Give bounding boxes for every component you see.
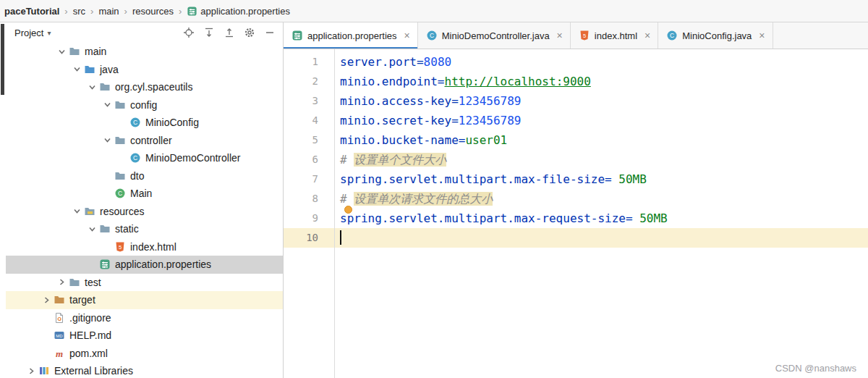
breadcrumb-label: resources xyxy=(132,6,174,17)
svg-text:C: C xyxy=(118,190,122,197)
tree-item-label: test xyxy=(85,277,101,288)
line-number[interactable]: 10 xyxy=(284,228,318,248)
close-icon[interactable]: × xyxy=(644,30,651,41)
tab-index-html[interactable]: 5index.html× xyxy=(571,22,658,49)
class-icon: C xyxy=(426,30,438,41)
tree-item-main[interactable]: main xyxy=(6,43,283,61)
editor-body[interactable]: CSDN @nanshaws 1server.port=80802minio.e… xyxy=(284,49,868,378)
hide-icon[interactable] xyxy=(264,27,276,38)
line-number[interactable]: 6 xyxy=(284,150,318,169)
line-number[interactable]: 4 xyxy=(284,111,318,130)
tree-item-dto[interactable]: dto xyxy=(6,167,283,185)
bookmark-dot-icon[interactable] xyxy=(344,206,352,214)
locate-icon[interactable] xyxy=(183,27,195,38)
folder-icon xyxy=(68,46,81,57)
breadcrumb-separator: › xyxy=(124,6,127,17)
project-panel-title[interactable]: Project xyxy=(14,28,43,38)
tree-item-label: pom.xml xyxy=(69,348,108,359)
class-icon: C xyxy=(666,30,678,41)
line-number[interactable]: 3 xyxy=(284,91,318,111)
expand-all-icon[interactable] xyxy=(203,27,215,38)
chevron-down-icon[interactable] xyxy=(86,83,98,92)
breadcrumb-item-src[interactable]: src xyxy=(72,4,87,18)
token-comment-hl: 设置单次请求文件的总大小 xyxy=(354,192,493,206)
chevron-down-icon[interactable] xyxy=(56,47,68,56)
token-eq: = xyxy=(417,55,424,69)
editor-tab-bar: application.properties×CMinioDemoControl… xyxy=(284,22,868,49)
folder-icon xyxy=(98,223,111,235)
tree-item-minioconfig[interactable]: CMinioConfig xyxy=(6,114,283,132)
token-url: http://localhost:9000 xyxy=(445,75,591,88)
chevron-right-icon[interactable] xyxy=(41,295,53,305)
breadcrumb-label: application.properties xyxy=(200,6,290,17)
tree-item-label: index.html xyxy=(130,241,176,253)
chevron-down-icon[interactable] xyxy=(101,100,114,109)
code-line-10[interactable]: 10 xyxy=(284,228,868,248)
tool-stripe-marker[interactable] xyxy=(1,24,4,95)
tree-item-label: target xyxy=(69,294,95,306)
code-line-6[interactable]: 6# 设置单个文件大小 xyxy=(284,150,868,169)
line-code: minio.bucket-name=user01 xyxy=(340,130,507,150)
code-line-4[interactable]: 4minio.secret-key=123456789 xyxy=(284,111,868,130)
code-line-7[interactable]: 7spring.servlet.multipart.max-file-size=… xyxy=(284,169,868,189)
line-number[interactable]: 2 xyxy=(284,72,318,91)
tree-item-target[interactable]: target xyxy=(6,291,283,309)
tree-item-label: Main xyxy=(130,188,152,199)
line-number[interactable]: 7 xyxy=(284,169,318,189)
code-line-5[interactable]: 5minio.bucket-name=user01 xyxy=(284,130,868,150)
code-line-8[interactable]: 8# 设置单次请求文件的总大小 xyxy=(284,189,868,209)
tree-item-config[interactable]: config xyxy=(6,96,283,114)
close-icon[interactable]: × xyxy=(556,30,563,41)
code-line-1[interactable]: 1server.port=8080 xyxy=(284,52,868,72)
tree-item-org-cyl-spaceutils[interactable]: org.cyl.spaceutils xyxy=(6,78,283,96)
chevron-down-icon[interactable] xyxy=(101,135,114,145)
tree-item-gitignore[interactable]: .gitignore xyxy=(6,309,283,327)
token-key: minio.secret-key xyxy=(340,114,451,127)
tree-item-external-libraries[interactable]: External Libraries xyxy=(6,362,283,378)
token-key: server.port xyxy=(340,55,417,69)
tab-minioconfig-java[interactable]: CMinioConfig.java× xyxy=(658,22,773,49)
chevron-down-icon[interactable] xyxy=(71,64,83,74)
code-line-2[interactable]: 2minio.endpoint=http://localhost:9000 xyxy=(284,72,868,91)
line-number[interactable]: 1 xyxy=(284,52,318,72)
token-eq: = xyxy=(459,133,466,147)
tab-label: MinioConfig.java xyxy=(682,30,752,41)
tree-item-pom-xml[interactable]: mpom.xml xyxy=(6,345,283,363)
tab-miniodemocontroller-java[interactable]: CMinioDemoController.java× xyxy=(418,22,571,49)
tree-item-application-properties[interactable]: application.properties xyxy=(6,256,283,274)
close-icon[interactable]: × xyxy=(404,30,411,41)
collapse-all-icon[interactable] xyxy=(224,27,235,38)
line-number[interactable]: 8 xyxy=(284,189,318,209)
chevron-down-icon[interactable] xyxy=(71,206,83,216)
code-line-3[interactable]: 3minio.access-key=123456789 xyxy=(284,91,868,111)
tree-item-miniodemocontroller[interactable]: CMinioDemoController xyxy=(6,149,283,167)
settings-icon[interactable] xyxy=(244,27,255,38)
chevron-right-icon[interactable] xyxy=(56,277,68,287)
chevron-down-icon[interactable] xyxy=(86,224,98,234)
folder-icon xyxy=(114,170,127,182)
tree-item-java[interactable]: java xyxy=(6,61,283,79)
tree-item-label: MinioConfig xyxy=(145,117,199,128)
line-number[interactable]: 5 xyxy=(284,130,318,150)
tab-application-properties[interactable]: application.properties× xyxy=(284,22,418,49)
tree-item-index-html[interactable]: 5index.html xyxy=(6,238,283,256)
token-comment: # xyxy=(340,153,354,167)
breadcrumb-item-main[interactable]: main xyxy=(97,4,120,18)
tree-item-test[interactable]: test xyxy=(6,274,283,292)
tree-item-static[interactable]: static xyxy=(6,220,283,238)
breadcrumb-item-resources[interactable]: resources xyxy=(131,4,175,18)
close-icon[interactable]: × xyxy=(758,30,765,41)
code-line-9[interactable]: 9spring.servlet.multipart.max-request-si… xyxy=(284,209,868,228)
breadcrumb-item-application-properties[interactable]: application.properties xyxy=(185,4,292,18)
chevron-down-icon[interactable]: ▾ xyxy=(47,29,51,37)
tree-item-resources[interactable]: resources xyxy=(6,203,283,221)
project-panel: Project ▾ mainjavaorg.cyl.spaceutilsconf… xyxy=(6,22,284,378)
tree-item-help-md[interactable]: MDHELP.md xyxy=(6,327,283,345)
tree-item-main[interactable]: CMain xyxy=(6,185,283,203)
tree-item-controller[interactable]: controller xyxy=(6,132,283,150)
breadcrumb-item-pacetutorial[interactable]: paceTutorial xyxy=(3,4,61,18)
line-number[interactable]: 9 xyxy=(284,209,318,228)
chevron-right-icon[interactable] xyxy=(25,366,38,376)
breadcrumb-separator: › xyxy=(179,6,182,17)
token-eq: = xyxy=(626,211,639,225)
